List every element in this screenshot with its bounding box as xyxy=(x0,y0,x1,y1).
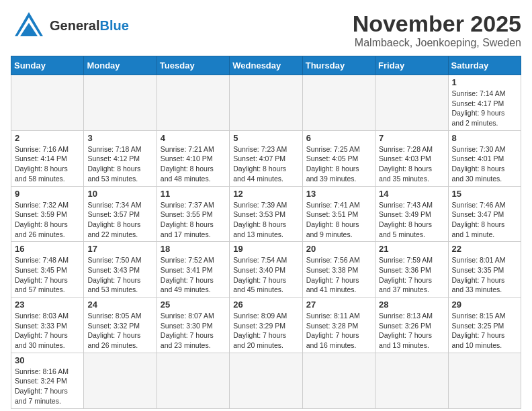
day-number: 16 xyxy=(15,244,80,254)
day-info: Sunrise: 8:01 AM Sunset: 3:35 PM Dayligh… xyxy=(452,255,517,295)
calendar-week-row: 9Sunrise: 7:32 AM Sunset: 3:59 PM Daylig… xyxy=(11,186,521,242)
calendar-week-row: 1Sunrise: 7:14 AM Sunset: 4:17 PM Daylig… xyxy=(11,75,521,131)
calendar-title: November 2025 xyxy=(353,11,521,37)
day-number: 14 xyxy=(379,189,444,199)
table-row: 20Sunrise: 7:56 AM Sunset: 3:38 PM Dayli… xyxy=(302,242,375,298)
logo-blue: Blue xyxy=(99,18,128,33)
calendar-week-row: 16Sunrise: 7:48 AM Sunset: 3:45 PM Dayli… xyxy=(11,242,521,298)
day-number: 26 xyxy=(233,300,298,310)
table-row: 23Sunrise: 8:03 AM Sunset: 3:33 PM Dayli… xyxy=(11,298,84,353)
day-info: Sunrise: 7:41 AM Sunset: 3:51 PM Dayligh… xyxy=(306,200,371,240)
table-row xyxy=(11,75,84,131)
day-info: Sunrise: 8:07 AM Sunset: 3:30 PM Dayligh… xyxy=(161,311,226,351)
day-info: Sunrise: 7:16 AM Sunset: 4:14 PM Dayligh… xyxy=(15,144,80,184)
table-row: 18Sunrise: 7:52 AM Sunset: 3:41 PM Dayli… xyxy=(157,242,229,298)
table-row: 3Sunrise: 7:18 AM Sunset: 4:12 PM Daylig… xyxy=(84,130,157,186)
title-block: November 2025 Malmbaeck, Joenkoeping, Sw… xyxy=(353,11,521,49)
weekday-header-row: Sunday Monday Tuesday Wednesday Thursday… xyxy=(11,56,521,75)
table-row: 12Sunrise: 7:39 AM Sunset: 3:53 PM Dayli… xyxy=(230,186,302,242)
day-number: 21 xyxy=(379,244,444,254)
day-info: Sunrise: 8:03 AM Sunset: 3:33 PM Dayligh… xyxy=(15,311,80,351)
day-info: Sunrise: 7:48 AM Sunset: 3:45 PM Dayligh… xyxy=(15,255,80,295)
table-row xyxy=(157,353,229,408)
logo-icon xyxy=(11,11,47,40)
header-tuesday: Tuesday xyxy=(157,56,229,75)
day-number: 24 xyxy=(87,300,152,310)
table-row: 7Sunrise: 7:28 AM Sunset: 4:03 PM Daylig… xyxy=(375,130,448,186)
header-monday: Monday xyxy=(84,56,157,75)
table-row xyxy=(230,75,302,131)
table-row: 24Sunrise: 8:05 AM Sunset: 3:32 PM Dayli… xyxy=(84,298,157,353)
table-row xyxy=(84,75,157,131)
day-info: Sunrise: 7:52 AM Sunset: 3:41 PM Dayligh… xyxy=(161,255,226,295)
day-info: Sunrise: 8:05 AM Sunset: 3:32 PM Dayligh… xyxy=(87,311,152,351)
calendar-week-row: 30Sunrise: 8:16 AM Sunset: 3:24 PM Dayli… xyxy=(11,353,521,408)
table-row: 21Sunrise: 7:59 AM Sunset: 3:36 PM Dayli… xyxy=(375,242,448,298)
calendar-subtitle: Malmbaeck, Joenkoeping, Sweden xyxy=(353,37,521,49)
day-info: Sunrise: 7:30 AM Sunset: 4:01 PM Dayligh… xyxy=(452,144,517,184)
table-row: 1Sunrise: 7:14 AM Sunset: 4:17 PM Daylig… xyxy=(448,75,521,131)
table-row: 9Sunrise: 7:32 AM Sunset: 3:59 PM Daylig… xyxy=(11,186,84,242)
day-info: Sunrise: 8:16 AM Sunset: 3:24 PM Dayligh… xyxy=(15,367,80,406)
day-number: 1 xyxy=(452,77,517,87)
day-number: 4 xyxy=(161,133,226,143)
day-number: 3 xyxy=(87,133,152,143)
day-info: Sunrise: 7:28 AM Sunset: 4:03 PM Dayligh… xyxy=(379,144,444,184)
table-row: 13Sunrise: 7:41 AM Sunset: 3:51 PM Dayli… xyxy=(302,186,375,242)
table-row: 29Sunrise: 8:15 AM Sunset: 3:25 PM Dayli… xyxy=(448,298,521,353)
table-row xyxy=(375,353,448,408)
day-number: 25 xyxy=(161,300,226,310)
table-row: 26Sunrise: 8:09 AM Sunset: 3:29 PM Dayli… xyxy=(230,298,302,353)
calendar-week-row: 23Sunrise: 8:03 AM Sunset: 3:33 PM Dayli… xyxy=(11,298,521,353)
day-number: 9 xyxy=(15,189,80,199)
day-number: 10 xyxy=(87,189,152,199)
day-number: 29 xyxy=(452,300,517,310)
day-info: Sunrise: 7:39 AM Sunset: 3:53 PM Dayligh… xyxy=(233,200,298,240)
day-info: Sunrise: 7:54 AM Sunset: 3:40 PM Dayligh… xyxy=(233,255,298,295)
day-info: Sunrise: 7:32 AM Sunset: 3:59 PM Dayligh… xyxy=(15,200,80,240)
header-friday: Friday xyxy=(375,56,448,75)
table-row xyxy=(157,75,229,131)
day-info: Sunrise: 7:14 AM Sunset: 4:17 PM Dayligh… xyxy=(452,89,517,128)
day-number: 6 xyxy=(306,133,371,143)
day-number: 8 xyxy=(452,133,517,143)
page-header: GeneralBlue November 2025 Malmbaeck, Joe… xyxy=(11,11,521,49)
table-row xyxy=(84,353,157,408)
table-row xyxy=(448,353,521,408)
table-row: 19Sunrise: 7:54 AM Sunset: 3:40 PM Dayli… xyxy=(230,242,302,298)
table-row xyxy=(230,353,302,408)
day-number: 11 xyxy=(161,189,226,199)
table-row: 2Sunrise: 7:16 AM Sunset: 4:14 PM Daylig… xyxy=(11,130,84,186)
day-number: 7 xyxy=(379,133,444,143)
day-info: Sunrise: 7:50 AM Sunset: 3:43 PM Dayligh… xyxy=(87,255,152,295)
day-number: 28 xyxy=(379,300,444,310)
day-info: Sunrise: 7:23 AM Sunset: 4:07 PM Dayligh… xyxy=(233,144,298,184)
header-saturday: Saturday xyxy=(448,56,521,75)
table-row: 17Sunrise: 7:50 AM Sunset: 3:43 PM Dayli… xyxy=(84,242,157,298)
day-info: Sunrise: 7:59 AM Sunset: 3:36 PM Dayligh… xyxy=(379,255,444,295)
day-number: 19 xyxy=(233,244,298,254)
table-row: 22Sunrise: 8:01 AM Sunset: 3:35 PM Dayli… xyxy=(448,242,521,298)
table-row xyxy=(302,75,375,131)
table-row xyxy=(375,75,448,131)
day-info: Sunrise: 7:18 AM Sunset: 4:12 PM Dayligh… xyxy=(87,144,152,184)
table-row: 14Sunrise: 7:43 AM Sunset: 3:49 PM Dayli… xyxy=(375,186,448,242)
day-number: 20 xyxy=(306,244,371,254)
day-number: 30 xyxy=(15,355,80,365)
table-row: 6Sunrise: 7:25 AM Sunset: 4:05 PM Daylig… xyxy=(302,130,375,186)
day-info: Sunrise: 7:46 AM Sunset: 3:47 PM Dayligh… xyxy=(452,200,517,240)
table-row: 15Sunrise: 7:46 AM Sunset: 3:47 PM Dayli… xyxy=(448,186,521,242)
table-row xyxy=(302,353,375,408)
calendar-table: Sunday Monday Tuesday Wednesday Thursday… xyxy=(11,56,521,409)
day-info: Sunrise: 7:25 AM Sunset: 4:05 PM Dayligh… xyxy=(306,144,371,184)
day-info: Sunrise: 8:15 AM Sunset: 3:25 PM Dayligh… xyxy=(452,311,517,351)
day-number: 18 xyxy=(161,244,226,254)
table-row: 10Sunrise: 7:34 AM Sunset: 3:57 PM Dayli… xyxy=(84,186,157,242)
day-number: 12 xyxy=(233,189,298,199)
table-row: 8Sunrise: 7:30 AM Sunset: 4:01 PM Daylig… xyxy=(448,130,521,186)
table-row: 4Sunrise: 7:21 AM Sunset: 4:10 PM Daylig… xyxy=(157,130,229,186)
header-thursday: Thursday xyxy=(302,56,375,75)
table-row: 11Sunrise: 7:37 AM Sunset: 3:55 PM Dayli… xyxy=(157,186,229,242)
logo-general: General xyxy=(50,18,99,33)
logo: GeneralBlue xyxy=(11,11,129,40)
